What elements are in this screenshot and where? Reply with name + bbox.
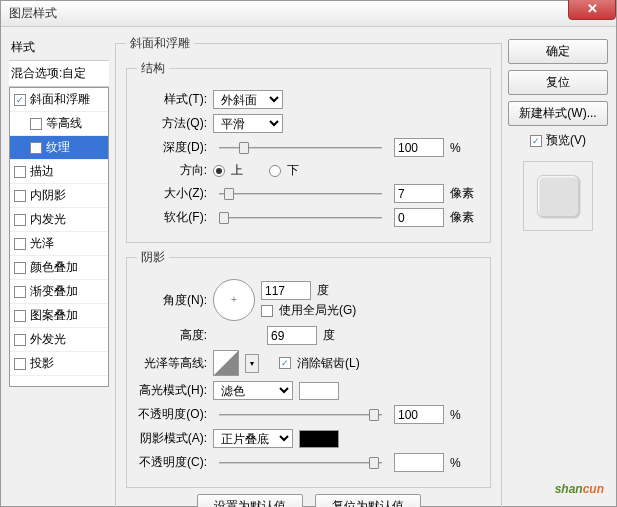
direction-label: 方向: [137,162,207,179]
antialias-checkbox[interactable] [279,357,291,369]
shadow-opacity-input[interactable] [394,453,444,472]
style-item-5[interactable]: 内发光 [10,208,108,232]
style-item-checkbox[interactable] [14,286,26,298]
altitude-label: 高度: [137,327,207,344]
gloss-label: 光泽等高线: [137,355,207,372]
structure-legend: 结构 [137,60,169,77]
sidebar-header: 样式 [9,35,109,61]
style-item-10[interactable]: 外发光 [10,328,108,352]
shadow-opacity-unit: % [450,456,480,470]
highlight-color-swatch[interactable] [299,382,339,400]
style-item-label: 投影 [30,355,54,372]
style-item-label: 等高线 [46,115,82,132]
preview-thumbnail [523,161,593,231]
layer-style-dialog: 图层样式 ✕ 样式 混合选项:自定 斜面和浮雕等高线纹理描边内阴影内发光光泽颜色… [0,0,617,507]
new-style-button[interactable]: 新建样式(W)... [508,101,608,126]
style-item-8[interactable]: 渐变叠加 [10,280,108,304]
depth-slider[interactable] [219,139,382,157]
depth-input[interactable] [394,138,444,157]
style-item-checkbox[interactable] [14,166,26,178]
highlight-opacity-unit: % [450,408,480,422]
angle-unit: 度 [317,282,329,299]
reset-default-button[interactable]: 复位为默认值 [315,494,421,507]
direction-down-radio[interactable] [269,165,281,177]
window-title: 图层样式 [9,5,57,22]
global-light-checkbox[interactable] [261,305,273,317]
style-item-7[interactable]: 颜色叠加 [10,256,108,280]
shadow-mode-select[interactable]: 正片叠底 [213,429,293,448]
direction-up-radio[interactable] [213,165,225,177]
highlight-mode-select[interactable]: 滤色 [213,381,293,400]
style-item-3[interactable]: 描边 [10,160,108,184]
highlight-opacity-input[interactable] [394,405,444,424]
style-item-checkbox[interactable] [14,94,26,106]
style-item-checkbox[interactable] [30,118,42,130]
style-item-label: 描边 [30,163,54,180]
highlight-opacity-label: 不透明度(O): [137,406,207,423]
bevel-fieldset: 斜面和浮雕 结构 样式(T): 外斜面 方法(Q): 平滑 深度(D): [115,35,502,507]
angle-label: 角度(N): [137,292,207,309]
soften-label: 软化(F): [137,209,207,226]
highlight-opacity-slider[interactable] [219,406,382,424]
style-item-label: 内阴影 [30,187,66,204]
soften-slider[interactable] [219,209,382,227]
panel-title: 斜面和浮雕 [126,35,194,52]
shading-group: 阴影 角度(N): 度 使用全局光(G) [126,249,491,488]
close-button[interactable]: ✕ [568,0,616,20]
style-item-label: 内发光 [30,211,66,228]
settings-panel: 斜面和浮雕 结构 样式(T): 外斜面 方法(Q): 平滑 深度(D): [115,35,502,498]
preview-label: 预览(V) [546,132,586,149]
style-item-checkbox[interactable] [14,214,26,226]
shadow-mode-label: 阴影模式(A): [137,430,207,447]
style-item-4[interactable]: 内阴影 [10,184,108,208]
style-item-checkbox[interactable] [14,238,26,250]
altitude-unit: 度 [323,327,335,344]
style-item-9[interactable]: 图案叠加 [10,304,108,328]
technique-select[interactable]: 平滑 [213,114,283,133]
shadow-opacity-label: 不透明度(C): [137,454,207,471]
cancel-button[interactable]: 复位 [508,70,608,95]
style-item-0[interactable]: 斜面和浮雕 [10,88,108,112]
style-item-6[interactable]: 光泽 [10,232,108,256]
style-item-2[interactable]: 纹理 [10,136,108,160]
soften-input[interactable] [394,208,444,227]
style-label: 样式(T): [137,91,207,108]
style-item-11[interactable]: 投影 [10,352,108,376]
depth-label: 深度(D): [137,139,207,156]
altitude-input[interactable] [267,326,317,345]
direction-down-label: 下 [287,162,299,179]
structure-group: 结构 样式(T): 外斜面 方法(Q): 平滑 深度(D): % [126,60,491,243]
style-item-label: 纹理 [46,139,70,156]
style-item-checkbox[interactable] [14,262,26,274]
make-default-button[interactable]: 设置为默认值 [197,494,303,507]
angle-wheel[interactable] [213,279,255,321]
style-item-checkbox[interactable] [14,190,26,202]
style-item-checkbox[interactable] [14,334,26,346]
direction-up-label: 上 [231,162,243,179]
gloss-dropdown-icon[interactable]: ▾ [245,354,259,373]
size-input[interactable] [394,184,444,203]
ok-button[interactable]: 确定 [508,39,608,64]
style-item-1[interactable]: 等高线 [10,112,108,136]
shadow-opacity-slider[interactable] [219,454,382,472]
angle-input[interactable] [261,281,311,300]
preview-checkbox[interactable] [530,135,542,147]
depth-unit: % [450,141,480,155]
style-item-checkbox[interactable] [30,142,42,154]
style-item-checkbox[interactable] [14,310,26,322]
gloss-contour[interactable] [213,350,239,376]
style-item-label: 颜色叠加 [30,259,78,276]
style-item-label: 渐变叠加 [30,283,78,300]
size-unit: 像素 [450,185,480,202]
action-panel: 确定 复位 新建样式(W)... 预览(V) [508,35,608,498]
blend-options[interactable]: 混合选项:自定 [9,61,109,87]
global-light-label: 使用全局光(G) [279,302,356,319]
size-slider[interactable] [219,185,382,203]
highlight-mode-label: 高光模式(H): [137,382,207,399]
technique-label: 方法(Q): [137,115,207,132]
shadow-color-swatch[interactable] [299,430,339,448]
size-label: 大小(Z): [137,185,207,202]
style-select[interactable]: 外斜面 [213,90,283,109]
style-item-label: 外发光 [30,331,66,348]
style-item-checkbox[interactable] [14,358,26,370]
